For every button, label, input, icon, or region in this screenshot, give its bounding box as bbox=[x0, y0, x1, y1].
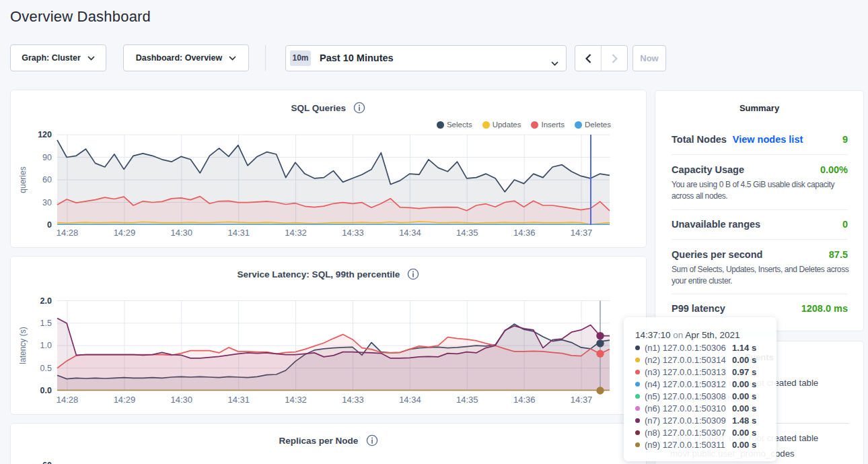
svg-text:14:30: 14:30 bbox=[171, 228, 193, 238]
svg-text:14:37: 14:37 bbox=[571, 228, 593, 238]
svg-text:14:32: 14:32 bbox=[285, 228, 307, 238]
svg-text:14:31: 14:31 bbox=[227, 228, 250, 238]
svg-text:2.0: 2.0 bbox=[40, 296, 52, 306]
svg-text:14:30: 14:30 bbox=[171, 395, 193, 405]
svg-text:14:28: 14:28 bbox=[57, 395, 79, 405]
svg-text:14:36: 14:36 bbox=[513, 395, 536, 405]
svg-text:0: 0 bbox=[47, 220, 52, 230]
svg-text:14:33: 14:33 bbox=[342, 228, 364, 238]
svg-text:14:37: 14:37 bbox=[571, 395, 593, 405]
svg-text:queries: queries bbox=[18, 166, 28, 193]
svg-text:latency (s): latency (s) bbox=[18, 327, 28, 364]
svg-text:90: 90 bbox=[42, 153, 52, 162]
svg-text:30: 30 bbox=[42, 198, 52, 207]
svg-text:14:33: 14:33 bbox=[342, 395, 364, 405]
svg-text:14:31: 14:31 bbox=[227, 395, 250, 405]
svg-text:14:28: 14:28 bbox=[57, 228, 79, 238]
svg-text:14:29: 14:29 bbox=[114, 228, 136, 238]
svg-text:1.5: 1.5 bbox=[40, 319, 52, 328]
svg-text:1.0: 1.0 bbox=[40, 341, 52, 350]
svg-text:14:36: 14:36 bbox=[513, 228, 536, 238]
svg-text:14:35: 14:35 bbox=[456, 395, 478, 405]
svg-text:14:32: 14:32 bbox=[285, 395, 307, 405]
svg-text:0.0: 0.0 bbox=[40, 386, 52, 395]
svg-text:14:29: 14:29 bbox=[114, 395, 136, 405]
svg-text:14:34: 14:34 bbox=[399, 228, 421, 238]
svg-text:0.5: 0.5 bbox=[40, 364, 52, 373]
svg-text:120: 120 bbox=[38, 130, 52, 139]
svg-text:60: 60 bbox=[42, 175, 52, 185]
svg-text:14:35: 14:35 bbox=[456, 228, 478, 238]
svg-text:14:34: 14:34 bbox=[399, 395, 421, 405]
